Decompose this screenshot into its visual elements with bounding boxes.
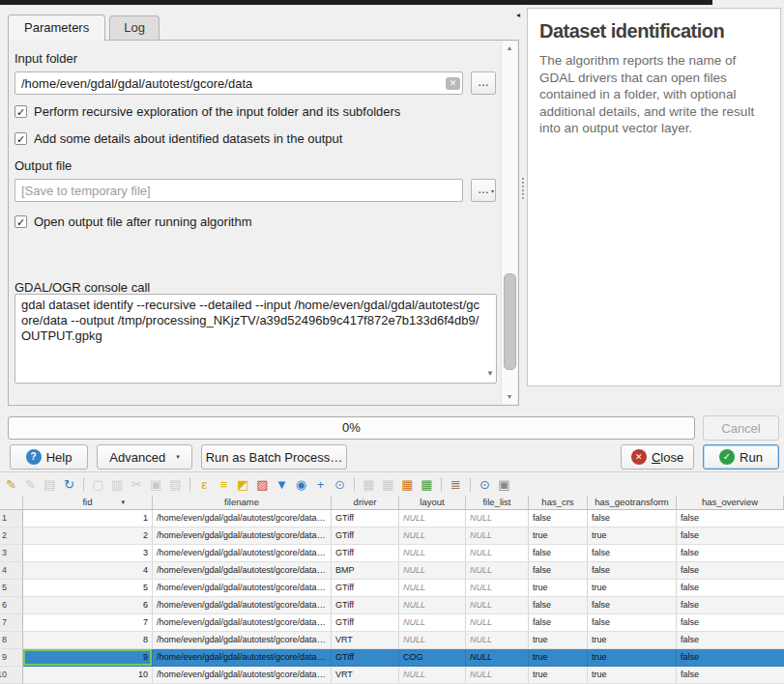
cell-layout[interactable]: NULL [399, 597, 466, 614]
conditional-formatting-icon[interactable]: ▦ [419, 476, 435, 493]
cell-layout[interactable]: NULL [399, 527, 466, 545]
row-number-cell[interactable]: 4 [0, 562, 23, 580]
clear-input-icon[interactable]: ✕ [446, 77, 460, 90]
cell-driver[interactable]: GTiff [332, 510, 399, 527]
close-button[interactable]: ✕ Close [621, 444, 694, 470]
console-call-text[interactable]: gdal dataset identify --recursive --deta… [15, 294, 497, 384]
scroll-up-icon[interactable]: ▲ [502, 42, 517, 55]
cell-filename[interactable]: /home/even/gdal/gdal/autotest/gcore/data… [153, 667, 332, 684]
cell-has_geotransform[interactable]: false [588, 614, 677, 632]
details-checkbox[interactable]: ✓ [15, 132, 27, 145]
cell-filename[interactable]: /home/even/gdal/gdal/autotest/gcore/data… [153, 562, 332, 580]
cell-file_list[interactable]: NULL [466, 510, 529, 527]
cell-layout[interactable]: COG [399, 649, 466, 667]
field-calculator-icon[interactable]: ▦ [399, 476, 416, 493]
row-number-cell[interactable]: 6 [0, 597, 23, 614]
pan-to-selection-icon[interactable]: + [312, 476, 329, 493]
cell-file_list[interactable]: NULL [466, 649, 529, 667]
cell-file_list[interactable]: NULL [466, 545, 529, 562]
cell-has_overview[interactable]: false [677, 527, 784, 545]
cell-has_crs[interactable]: true [529, 632, 588, 649]
tab-log[interactable]: Log [109, 15, 160, 40]
cell-fid[interactable]: 8 [23, 632, 153, 649]
cell-fid[interactable]: 9 [23, 649, 153, 667]
cell-layout[interactable]: NULL [399, 545, 466, 562]
cell-layout[interactable]: NULL [399, 614, 466, 632]
input-folder-field[interactable] [15, 71, 463, 95]
cell-file_list[interactable]: NULL [466, 527, 529, 545]
cell-driver[interactable]: VRT [332, 667, 399, 684]
cell-filename[interactable]: /home/even/gdal/gdal/autotest/gcore/data… [153, 632, 332, 649]
cell-has_crs[interactable]: true [529, 667, 588, 684]
cell-file_list[interactable]: NULL [466, 667, 529, 684]
open-output-checkbox[interactable]: ✓ [15, 215, 27, 228]
cell-layout[interactable]: NULL [399, 562, 466, 580]
cell-layout[interactable]: NULL [399, 632, 466, 649]
cell-driver[interactable]: BMP [332, 562, 399, 580]
cell-layout[interactable]: NULL [399, 580, 466, 597]
cell-has_geotransform[interactable]: true [588, 649, 677, 667]
zoom-to-selection-icon[interactable]: ◉ [293, 476, 309, 493]
cell-has_overview[interactable]: false [677, 632, 784, 649]
row-number-cell[interactable]: 3 [0, 545, 23, 562]
cell-has_overview[interactable]: false [677, 580, 784, 597]
cell-file_list[interactable]: NULL [466, 632, 529, 649]
splitter-handle[interactable] [522, 178, 524, 199]
row-number-cell[interactable]: 2 [0, 527, 23, 545]
run-as-batch-button[interactable]: Run as Batch Process… [201, 444, 347, 470]
cell-layout[interactable]: NULL [399, 510, 466, 527]
cell-filename[interactable]: /home/even/gdal/gdal/autotest/gcore/data… [153, 545, 332, 562]
cancel-button[interactable]: Cancel [703, 415, 779, 441]
column-header-has-geotransform[interactable]: has_geotransform [588, 496, 677, 510]
filter-icon[interactable]: ▼ [274, 476, 290, 493]
toggle-editing-icon[interactable]: ✎ [3, 476, 19, 493]
cell-has_overview[interactable]: false [677, 614, 784, 632]
input-folder-browse-button[interactable]: … [471, 71, 496, 95]
row-number-header[interactable] [0, 496, 23, 510]
dock-icon[interactable]: ▣ [496, 476, 512, 493]
cell-fid[interactable]: 7 [23, 614, 153, 632]
table-row[interactable]: 1010/home/even/gdal/gdal/autotest/gcore/… [0, 667, 784, 684]
cell-has_crs[interactable]: false [529, 510, 588, 527]
cell-filename[interactable]: /home/even/gdal/gdal/autotest/gcore/data… [153, 527, 332, 545]
cell-driver[interactable]: GTiff [332, 580, 399, 597]
scroll-down-icon[interactable]: ▼ [502, 390, 517, 404]
deselect-all-icon[interactable]: ▨ [254, 476, 271, 493]
select-all-icon[interactable]: ≡ [216, 476, 232, 493]
invert-selection-icon[interactable]: ◩ [235, 476, 251, 493]
output-file-field[interactable] [15, 179, 463, 202]
cell-has_geotransform[interactable]: true [588, 632, 677, 649]
cell-has_geotransform[interactable]: false [588, 510, 677, 527]
row-number-cell[interactable]: 5 [0, 580, 23, 597]
table-row[interactable]: 77/home/even/gdal/gdal/autotest/gcore/da… [0, 614, 784, 632]
flash-features-icon[interactable]: ⊙ [332, 476, 348, 493]
cell-fid[interactable]: 6 [23, 597, 153, 614]
column-header-has-overview[interactable]: has_overview [677, 496, 784, 510]
panel-collapse-icon[interactable]: ◂ [516, 11, 520, 19]
cell-driver[interactable]: GTiff [332, 527, 399, 545]
table-row[interactable]: 99/home/even/gdal/gdal/autotest/gcore/da… [0, 649, 784, 667]
row-number-cell[interactable]: 9 [0, 649, 23, 667]
cell-filename[interactable]: /home/even/gdal/gdal/autotest/gcore/data… [153, 614, 332, 632]
cell-has_crs[interactable]: true [529, 649, 588, 667]
row-number-cell[interactable]: 8 [0, 632, 23, 649]
row-number-cell[interactable]: 10 [0, 667, 23, 684]
tab-parameters[interactable]: Parameters [8, 14, 105, 41]
column-header-file-list[interactable]: file_list [466, 496, 529, 510]
column-header-driver[interactable]: driver [332, 496, 399, 510]
cell-has_geotransform[interactable]: false [588, 597, 677, 614]
cell-has_crs[interactable]: true [529, 580, 588, 597]
table-layers-icon[interactable]: ≣ [448, 476, 464, 493]
cell-has_crs[interactable]: true [529, 527, 588, 545]
cell-layout[interactable]: NULL [399, 667, 466, 684]
cell-fid[interactable]: 5 [23, 580, 153, 597]
cell-file_list[interactable]: NULL [466, 562, 529, 580]
cell-has_crs[interactable]: false [529, 597, 588, 614]
scrollbar-thumb[interactable] [504, 273, 516, 370]
cell-file_list[interactable]: NULL [466, 580, 529, 597]
cell-driver[interactable]: GTiff [332, 614, 399, 632]
column-header-has-crs[interactable]: has_crs [529, 496, 588, 510]
table-row[interactable]: 22/home/even/gdal/gdal/autotest/gcore/da… [0, 527, 784, 545]
row-number-cell[interactable]: 7 [0, 614, 23, 632]
row-number-cell[interactable]: 1 [0, 510, 23, 527]
